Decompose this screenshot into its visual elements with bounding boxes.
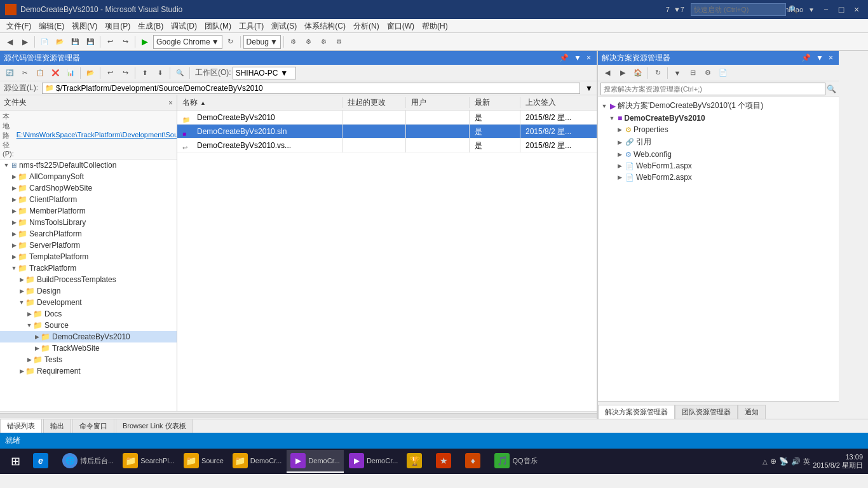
sol-item-webform1[interactable]: ▶ 📄 WebForm1.aspx [598, 160, 839, 172]
menu-arch[interactable]: 体系结构(C) [301, 19, 349, 33]
col-latest[interactable]: 最新 [470, 97, 520, 108]
tree-item-tests[interactable]: ▶ 📁 Tests [0, 354, 177, 365]
tree-item-development[interactable]: ▼ 📁 Development [0, 297, 177, 308]
chrome-dropdown[interactable]: Google Chrome ▼ [153, 35, 222, 49]
taskbar-democr-vs-active[interactable]: ▶ DemoCr... [287, 450, 344, 473]
restore-button[interactable]: □ [835, 3, 848, 16]
sc-redo-button[interactable]: ↪ [118, 66, 132, 80]
tree-expand-cardshop[interactable]: ▶ [10, 185, 18, 191]
tree-item-democreate[interactable]: ▶ 📁 DemoCreateByVs2010 [0, 331, 177, 342]
redo-button[interactable]: ↪ [118, 35, 132, 49]
open-button[interactable]: 📂 [53, 35, 67, 49]
sol-collapse-btn[interactable]: ⊟ [686, 66, 700, 80]
sol-back-btn[interactable]: ◀ [600, 66, 614, 80]
sol-item-webform2[interactable]: ▶ 📄 WebForm2.aspx [598, 172, 839, 183]
tree-item-member[interactable]: ▶ 📁 MemberPlatform [0, 205, 177, 217]
sol-close-button[interactable]: × [827, 53, 835, 62]
menu-build[interactable]: 生成(B) [134, 19, 167, 33]
sol-item-solution[interactable]: ▼ ▶ 解决方案'DemoCreateByVs2010'(1 个项目) [598, 99, 839, 112]
tree-item-nms[interactable]: ▶ 📁 NmsToolsLibrary [0, 217, 177, 228]
tree-expand-development[interactable]: ▼ [18, 299, 25, 306]
tree-item-trackweb[interactable]: ▶ 📁 TrackWebSite [0, 342, 177, 354]
taskbar-red[interactable]: ★ [432, 450, 460, 473]
file-row-0[interactable]: 📁 DemoCreateByVs2010 是 2015/8/2 星... [177, 111, 597, 125]
taskbar-ie[interactable]: e [29, 450, 57, 473]
sc-btn-1[interactable]: 🔄 [3, 66, 17, 80]
source-path-dropdown-icon[interactable]: ▼ [585, 84, 593, 93]
minimize-button[interactable]: － [820, 3, 832, 16]
menu-project[interactable]: 项目(P) [101, 19, 134, 33]
menu-team[interactable]: 团队(M) [201, 19, 235, 33]
tree-item-root[interactable]: ▼ 🖥 nms-tfs225\DefaultCollection [0, 159, 177, 171]
sol-forward-btn[interactable]: ▶ [616, 66, 630, 80]
col-user[interactable]: 用户 [406, 97, 470, 108]
sol-item-webconfig[interactable]: ▶ ⚙ Web.config [598, 149, 839, 160]
tree-expand-search[interactable]: ▶ [10, 231, 18, 237]
tree-expand-requirement[interactable]: ▶ [18, 368, 25, 374]
sol-expand-webform2[interactable]: ▶ [616, 174, 623, 180]
tree-item-template[interactable]: ▶ 📁 TemplatePlatform [0, 251, 177, 262]
sc-btn-5[interactable]: 📊 [64, 66, 78, 80]
taskbar-searchpl[interactable]: 📁 SearchPl... [119, 450, 179, 473]
tree-expand-track[interactable]: ▼ [10, 265, 18, 271]
file-row-1[interactable]: ■ DemoCreateByVs2010.sln 是 2015/8/2 星... [177, 125, 597, 139]
tree-item-server[interactable]: ▶ 📁 ServerPlatform [0, 240, 177, 251]
tree-item-track[interactable]: ▼ 📁 TrackPlatform [0, 262, 177, 274]
taskbar-blog[interactable]: 🌐 博后后台... [58, 450, 118, 473]
tree-item-source[interactable]: ▼ 📁 Source [0, 320, 177, 331]
toolbar-btn-2[interactable]: ⚙ [302, 35, 316, 49]
menu-analyze[interactable]: 分析(N) [349, 19, 383, 33]
tree-item-client[interactable]: ▶ 📁 ClientPlatform [0, 194, 177, 205]
workspace-select[interactable]: SHIHAO-PC ▼ [233, 67, 296, 79]
sc-btn-2[interactable]: ✂ [18, 66, 32, 80]
tree-item-build[interactable]: ▶ 📁 BuildProcessTemplates [0, 274, 177, 285]
tree-expand-nms[interactable]: ▶ [10, 219, 18, 226]
save-button[interactable]: 💾 [68, 35, 82, 49]
menu-view[interactable]: 视图(V) [68, 19, 101, 33]
sol-dropdown-button[interactable]: ▼ [814, 53, 825, 62]
sol-pin-button[interactable]: 📌 [799, 53, 813, 62]
taskbar-music[interactable]: 🎵 QQ音乐 [491, 450, 541, 473]
sc-undo-button[interactable]: ↩ [103, 66, 117, 80]
save-all-button[interactable]: 💾 [83, 35, 97, 49]
tree-item-allcomp[interactable]: ▶ 📁 AllCompanySoft [0, 171, 177, 182]
menu-edit[interactable]: 编辑(E) [35, 19, 68, 33]
undo-button[interactable]: ↩ [103, 35, 117, 49]
sol-expand-project[interactable]: ▼ [608, 115, 616, 121]
sc-checkin-button[interactable]: ⬆ [138, 66, 152, 80]
sol-refresh-btn[interactable]: ↻ [651, 66, 665, 80]
new-project-button[interactable]: 📄 [37, 35, 51, 49]
menu-window[interactable]: 窗口(W) [383, 19, 418, 33]
sol-expand-webconfig[interactable]: ▶ [616, 151, 623, 158]
taskbar-orange[interactable]: ♦ [461, 450, 489, 473]
tree-item-search[interactable]: ▶ 📁 SearchPlatform [0, 228, 177, 240]
col-checkin[interactable]: 上次签入 [520, 97, 597, 108]
tree-item-requirement[interactable]: ▶ 📁 Requirement [0, 365, 177, 377]
close-button[interactable]: × [850, 3, 863, 16]
col-name[interactable]: 名称 ▲ [177, 97, 342, 108]
bottom-tab-output[interactable]: 输出 [43, 419, 71, 433]
tree-item-docs[interactable]: ▶ 📁 Docs [0, 308, 177, 320]
tree-expand-trackweb[interactable]: ▶ [33, 345, 41, 351]
sc-btn-3[interactable]: 📋 [33, 66, 47, 80]
toolbar-btn-1[interactable]: ⚙ [287, 35, 301, 49]
taskbar-trophy[interactable]: 🏆 [403, 450, 431, 473]
bottom-tab-browserlink[interactable]: Browser Link 仪表板 [116, 419, 193, 433]
bottom-tab-cmd[interactable]: 命令窗口 [72, 419, 114, 433]
sol-expand-references[interactable]: ▶ [616, 139, 623, 146]
tree-expand-client[interactable]: ▶ [10, 196, 18, 203]
menu-debug[interactable]: 调试(D) [167, 19, 201, 33]
sol-item-references[interactable]: ▶ 🔗 引用 [598, 135, 839, 149]
bottom-tab-errors[interactable]: 错误列表 [0, 419, 42, 433]
start-button[interactable]: ⊞ [3, 450, 28, 473]
quick-launch-input[interactable] [691, 3, 786, 16]
taskbar-source[interactable]: 📁 Source [180, 450, 227, 473]
debug-dropdown[interactable]: Debug ▼ [243, 35, 281, 49]
sc-btn-4[interactable]: ❌ [48, 66, 62, 80]
refresh-button[interactable]: ↻ [224, 35, 238, 49]
tree-expand-template[interactable]: ▶ [10, 254, 18, 260]
sc-horizontal-scroll[interactable] [0, 411, 597, 419]
tree-expand-allcomp[interactable]: ▶ [10, 173, 18, 180]
toolbar-btn-3[interactable]: ⚙ [317, 35, 331, 49]
panel-dropdown-button[interactable]: ▼ [572, 53, 583, 62]
